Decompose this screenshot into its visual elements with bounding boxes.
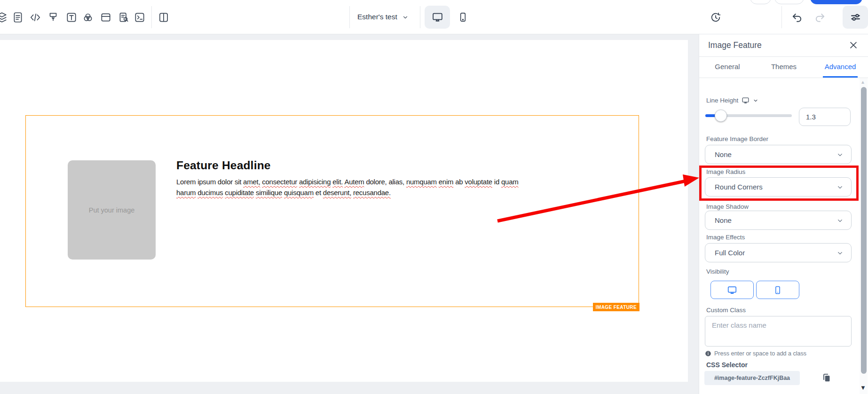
terminal-icon[interactable]: [134, 11, 146, 24]
brush-icon[interactable]: [47, 11, 59, 24]
image-effects-label: Image Effects: [706, 234, 745, 241]
feature-image-border-label: Feature Image Border: [706, 135, 768, 142]
rows-icon[interactable]: [100, 11, 112, 24]
toolbar-divider: [151, 6, 152, 28]
custom-class-input[interactable]: [705, 316, 852, 347]
undo-icon[interactable]: [791, 11, 803, 24]
redo-icon[interactable]: [814, 11, 826, 24]
code-icon[interactable]: [29, 11, 41, 24]
chevron-down-icon[interactable]: [753, 98, 758, 103]
text-icon[interactable]: [65, 11, 78, 24]
copy-icon[interactable]: [821, 373, 832, 383]
columns-icon[interactable]: [158, 11, 170, 24]
phone-icon: [458, 12, 468, 23]
top-toolbar: Esther's test: [0, 0, 868, 34]
topbar-partial-button[interactable]: [750, 0, 771, 4]
custom-class-label: Custom Class: [706, 307, 746, 314]
toolbar-divider: [349, 6, 350, 28]
toolbar-divider: [420, 6, 420, 28]
visibility-label: Visibility: [706, 268, 729, 275]
panel-tabs: General Themes Advanced: [699, 56, 868, 78]
image-effects-select[interactable]: Full Color: [705, 243, 852, 262]
chevron-down-icon: [836, 250, 844, 259]
settings-panel: Image Feature General Themes Advanced Li…: [699, 34, 868, 394]
image-shadow-label: Image Shadow: [706, 203, 749, 210]
tab-general[interactable]: General: [699, 57, 756, 78]
shapes-icon[interactable]: [82, 11, 94, 24]
chevron-down-icon[interactable]: [402, 14, 409, 23]
chevron-down-icon: [836, 151, 844, 160]
tab-themes[interactable]: Themes: [756, 57, 812, 78]
css-selector-label: CSS Selector: [706, 361, 748, 369]
app-window: { "colors": { "accent_blue": "#2563eb", …: [0, 0, 868, 394]
line-height-label: Line Height: [706, 97, 738, 104]
feature-image-border-select[interactable]: None: [705, 145, 852, 164]
block-type-tag: IMAGE FEATURE: [593, 303, 639, 311]
image-placeholder-text: Put your image: [89, 206, 135, 214]
settings-panel-button[interactable]: [843, 6, 868, 29]
line-height-slider[interactable]: [705, 114, 792, 117]
sliders-icon: [850, 11, 861, 23]
line-height-value-input[interactable]: [799, 108, 851, 126]
custom-class-hint: Press enter or space to add a class: [705, 350, 806, 357]
image-feature-block[interactable]: Put your image Feature Headline Lorem ip…: [25, 115, 639, 307]
toolbar-divider: [781, 6, 782, 28]
chevron-down-icon: [836, 184, 844, 193]
image-shadow-select[interactable]: None: [705, 211, 852, 230]
line-height-label-row: Line Height: [706, 96, 758, 104]
monitor-icon[interactable]: [742, 96, 750, 104]
visibility-mobile-button[interactable]: [756, 281, 799, 299]
chevron-down-icon: [836, 217, 844, 226]
monitor-icon: [727, 285, 737, 295]
topbar-partial-button[interactable]: [774, 0, 804, 4]
save-primary-partial-button[interactable]: [810, 0, 862, 4]
scrollbar-up-arrow[interactable]: ▲: [860, 79, 865, 85]
document-name-dropdown[interactable]: Esther's test: [357, 13, 397, 21]
page-search-icon[interactable]: [118, 11, 130, 24]
feature-headline[interactable]: Feature Headline: [176, 159, 524, 172]
feature-paragraph-line-1[interactable]: Lorem ipsum dolor sit amet, consectetur …: [176, 176, 524, 187]
image-radius-select[interactable]: Round Corners: [705, 177, 852, 197]
scrollbar-down-arrow[interactable]: ▼: [860, 384, 866, 391]
history-icon[interactable]: [710, 11, 722, 24]
email-canvas: Put your image Feature Headline Lorem ip…: [0, 40, 688, 382]
monitor-icon: [432, 11, 443, 23]
panel-title: Image Feature: [708, 40, 762, 50]
feature-text-column: Feature Headline Lorem ipsum dolor sit a…: [176, 159, 524, 198]
notes-icon[interactable]: [12, 11, 24, 24]
scrollbar-thumb[interactable]: [861, 87, 867, 374]
layers-icon[interactable]: [0, 11, 8, 24]
slider-thumb[interactable]: [715, 110, 727, 122]
image-placeholder[interactable]: Put your image: [68, 160, 156, 260]
info-icon: [705, 350, 711, 357]
mobile-preview-button[interactable]: [450, 6, 475, 29]
phone-icon: [773, 285, 782, 295]
visibility-desktop-button[interactable]: [710, 281, 754, 299]
image-radius-label: Image Radius: [706, 168, 745, 175]
desktop-preview-button[interactable]: [425, 6, 450, 29]
close-icon[interactable]: [848, 40, 859, 50]
slider-fill: [705, 114, 716, 117]
tab-advanced[interactable]: Advanced: [812, 57, 868, 78]
feature-paragraph-line-2[interactable]: harum ducimus cupiditate similique quisq…: [176, 187, 524, 198]
css-selector-value: #image-feature-ZczfFKjBaa: [704, 371, 800, 385]
